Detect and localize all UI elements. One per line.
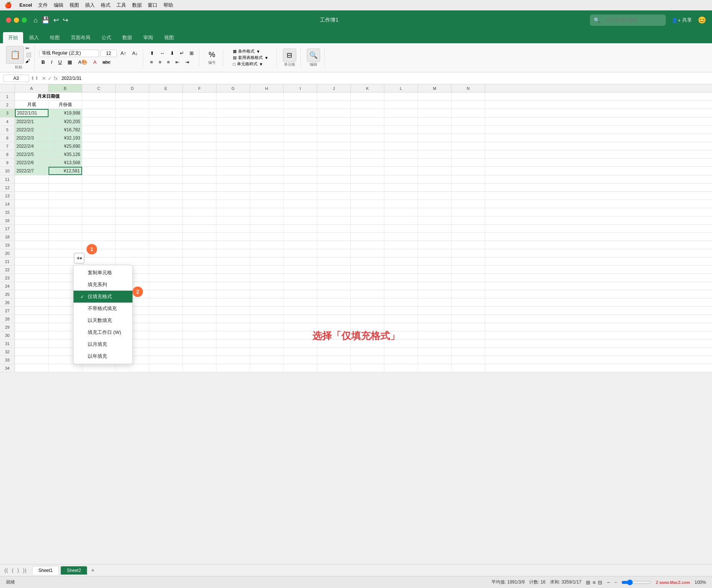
cell-D20[interactable] bbox=[116, 249, 149, 257]
cell-H20[interactable] bbox=[250, 249, 284, 257]
cell-E20[interactable] bbox=[149, 249, 183, 257]
cell-C14[interactable] bbox=[82, 200, 116, 208]
font-name-input[interactable] bbox=[39, 50, 99, 57]
cell-N30[interactable] bbox=[452, 331, 485, 339]
cell-I16[interactable] bbox=[284, 216, 317, 224]
cell-M26[interactable] bbox=[418, 298, 452, 306]
cell-I34[interactable] bbox=[284, 364, 317, 372]
conditional-format-button[interactable]: ▦条件格式▼ bbox=[233, 49, 268, 54]
font-color-button[interactable]: A bbox=[91, 58, 99, 66]
cell-J8[interactable] bbox=[317, 150, 351, 158]
cell-J4[interactable] bbox=[317, 118, 351, 125]
cell-K2[interactable] bbox=[351, 101, 384, 109]
cell-I24[interactable] bbox=[284, 282, 317, 290]
cell-G23[interactable] bbox=[216, 274, 250, 282]
cell-E14[interactable] bbox=[149, 200, 183, 208]
cell-I28[interactable] bbox=[284, 315, 317, 323]
cell-A17[interactable] bbox=[15, 225, 49, 232]
cell-G5[interactable] bbox=[216, 126, 250, 134]
cell-K21[interactable] bbox=[351, 257, 384, 265]
cell-K12[interactable] bbox=[351, 184, 384, 191]
confirm-formula-icon[interactable]: ✓ bbox=[48, 75, 52, 81]
minimize-button[interactable] bbox=[14, 18, 19, 23]
cell-M25[interactable] bbox=[418, 290, 452, 298]
cell-N14[interactable] bbox=[452, 200, 485, 208]
border-button[interactable]: ▦ bbox=[65, 58, 74, 66]
cell-D13[interactable] bbox=[116, 192, 149, 200]
cell-E33[interactable] bbox=[149, 356, 183, 364]
cell-M22[interactable] bbox=[418, 266, 452, 273]
cell-L5[interactable] bbox=[384, 126, 418, 134]
cell-M3[interactable] bbox=[418, 109, 452, 117]
cell-G7[interactable] bbox=[216, 142, 250, 150]
cell-M16[interactable] bbox=[418, 216, 452, 224]
cell-M21[interactable] bbox=[418, 257, 452, 265]
cell-K13[interactable] bbox=[351, 192, 384, 200]
cell-K14[interactable] bbox=[351, 200, 384, 208]
cell-J27[interactable] bbox=[317, 307, 351, 315]
cell-L26[interactable] bbox=[384, 298, 418, 306]
cell-I5[interactable] bbox=[284, 126, 317, 134]
cell-H14[interactable] bbox=[250, 200, 284, 208]
cell-B19[interactable] bbox=[49, 241, 82, 249]
cell-G28[interactable] bbox=[216, 315, 250, 323]
cell-F27[interactable] bbox=[183, 307, 216, 315]
cell-L10[interactable] bbox=[384, 167, 418, 175]
cell-D17[interactable] bbox=[116, 225, 149, 232]
cell-E31[interactable] bbox=[149, 340, 183, 347]
cell-H24[interactable] bbox=[250, 282, 284, 290]
cell-N7[interactable] bbox=[452, 142, 485, 150]
cell-F32[interactable] bbox=[183, 348, 216, 356]
cell-G24[interactable] bbox=[216, 282, 250, 290]
cell-C15[interactable] bbox=[82, 208, 116, 216]
cell-F33[interactable] bbox=[183, 356, 216, 364]
cell-C5[interactable] bbox=[82, 126, 116, 134]
menu-fill-months[interactable]: 以月填充 bbox=[74, 338, 132, 350]
cell-C34[interactable] bbox=[82, 364, 116, 372]
cell-F5[interactable] bbox=[183, 126, 216, 134]
cell-E28[interactable] bbox=[149, 315, 183, 323]
sheet-nav-next[interactable]: ⟩ bbox=[16, 567, 20, 573]
cell-N12[interactable] bbox=[452, 184, 485, 191]
cell-E24[interactable] bbox=[149, 282, 183, 290]
cell-H33[interactable] bbox=[250, 356, 284, 364]
cell-E10[interactable] bbox=[149, 167, 183, 175]
cell-I27[interactable] bbox=[284, 307, 317, 315]
cell-G6[interactable] bbox=[216, 134, 250, 142]
grid-view-icon[interactable]: ⊞ bbox=[586, 579, 590, 585]
cell-G1[interactable] bbox=[216, 93, 250, 100]
cell-G26[interactable] bbox=[216, 298, 250, 306]
cell-M8[interactable] bbox=[418, 150, 452, 158]
tab-draw[interactable]: 绘图 bbox=[45, 32, 65, 43]
tab-page-layout[interactable]: 页面布局 bbox=[66, 32, 96, 43]
cell-G25[interactable] bbox=[216, 290, 250, 298]
cell-A25[interactable] bbox=[15, 290, 49, 298]
cell-H7[interactable] bbox=[250, 142, 284, 150]
cell-D5[interactable] bbox=[116, 126, 149, 134]
cell-G19[interactable] bbox=[216, 241, 250, 249]
cell-A30[interactable] bbox=[15, 331, 49, 339]
cell-M28[interactable] bbox=[418, 315, 452, 323]
cell-H5[interactable] bbox=[250, 126, 284, 134]
cell-D2[interactable] bbox=[116, 101, 149, 109]
copy-button[interactable]: ⬜ bbox=[25, 52, 31, 57]
sheet-nav-prev[interactable]: ⟨ bbox=[10, 567, 15, 573]
cell-A18[interactable] bbox=[15, 233, 49, 241]
table-format-button[interactable]: ▤套用表格格式▼ bbox=[233, 55, 268, 60]
tab-view[interactable]: 视图 bbox=[159, 32, 179, 43]
cell-A32[interactable] bbox=[15, 348, 49, 356]
cell-L16[interactable] bbox=[384, 216, 418, 224]
cell-E19[interactable] bbox=[149, 241, 183, 249]
cell-C2[interactable] bbox=[82, 101, 116, 109]
list-view-icon[interactable]: ≡ bbox=[593, 579, 596, 585]
cell-M29[interactable] bbox=[418, 323, 452, 331]
cell-M7[interactable] bbox=[418, 142, 452, 150]
cell-I11[interactable] bbox=[284, 175, 317, 183]
cell-D4[interactable] bbox=[116, 118, 149, 125]
cell-F29[interactable] bbox=[183, 323, 216, 331]
menu-fill-days[interactable]: 以天数填充 bbox=[74, 315, 132, 326]
menu-insert[interactable]: 插入 bbox=[85, 2, 95, 9]
cell-D11[interactable] bbox=[116, 175, 149, 183]
cell-I25[interactable] bbox=[284, 290, 317, 298]
cell-N17[interactable] bbox=[452, 225, 485, 232]
